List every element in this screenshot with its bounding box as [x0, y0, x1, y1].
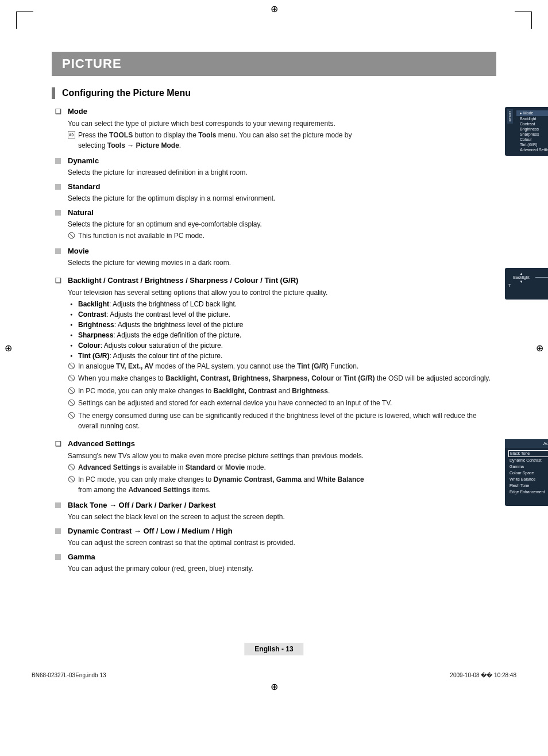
osd-row: Gamma: 0: [508, 463, 548, 470]
osd-row: Black Tone: Off ▶: [508, 450, 548, 457]
note-icon: [68, 462, 78, 474]
osd-row: Tint (G/R): G50/R50: [516, 142, 548, 147]
osd-button-hints: ◆ Move ⏎ Enter ↩ Return: [505, 497, 548, 506]
box-bullet-icon: [55, 276, 63, 285]
print-registration-bottom: ⊕: [271, 681, 278, 692]
square-bullet-icon: [55, 248, 61, 254]
osd-row: Sharpness: 50: [516, 132, 548, 137]
chevron-down-icon: ▼: [520, 280, 523, 283]
svg-rect-0: [68, 131, 75, 139]
list-item: Brightness: Adjusts the brightness level…: [68, 320, 496, 330]
square-bullet-icon: [55, 554, 61, 560]
doc-id: BN68-02327L-03Eng.indb 13: [32, 672, 106, 678]
osd-button-hints: ◆ Move ◀▶ Adjust ⏎ Enter ↩ Return: [508, 292, 548, 296]
heading-bar-icon: [52, 87, 55, 99]
subsection-heading: Configuring the Picture Menu: [52, 87, 496, 99]
osd-slider: [535, 277, 548, 278]
mode-block: Mode You can select the type of picture …: [55, 107, 496, 268]
page-number: English - 13: [244, 643, 303, 655]
adv-item-heading: Black Tone → Off / Dark / Darker / Darke…: [55, 501, 365, 509]
settings-note: In PC mode, you can only make changes to…: [68, 386, 496, 397]
advanced-heading: Advanced Settings: [55, 439, 365, 448]
mode-dynamic-heading: Dynamic: [55, 156, 365, 165]
mode-natural-heading: Natural: [55, 208, 365, 217]
mode-natural-desc: Selects the picture for an optimum and e…: [68, 219, 365, 229]
settings-note: The energy consumed during use can be si…: [68, 410, 496, 431]
advanced-note: In PC mode, you can only make changes to…: [68, 474, 365, 495]
natural-note: This function is not available in PC mod…: [68, 231, 365, 242]
osd-picture-menu: Picture ▸ Mode: Standard ▶ Backlight: 7 …: [505, 107, 548, 156]
adv-item-desc: You can select the black level on the sc…: [68, 512, 365, 522]
mode-title: Mode: [68, 107, 87, 116]
osd-row: ▸ Mode: Standard ▶: [516, 110, 548, 116]
crop-mark: [16, 11, 33, 29]
adv-item-desc: You can adjust the primary colour (red, …: [68, 563, 365, 574]
settings-intro: Your television has several setting opti…: [68, 287, 496, 298]
osd-row: Colour Space: Native: [508, 470, 548, 476]
tools-note-text: Press the TOOLS button to display the To…: [78, 130, 365, 151]
settings-note: Settings can be adjusted and stored for …: [68, 398, 496, 409]
osd3-title: Advanced Settings: [505, 439, 548, 448]
osd-row: Advanced Settings: [516, 147, 548, 152]
adv-item-heading: Dynamic Contrast → Off / Low / Medium / …: [55, 527, 365, 535]
settings-heading: Backlight / Contrast / Brightness / Shar…: [55, 276, 496, 285]
note-icon: [68, 373, 78, 385]
osd-row: Dynamic Contrast: Medium: [508, 457, 548, 463]
osd-row: Backlight: 7: [516, 116, 548, 121]
subsection-title: Configuring the Picture Menu: [62, 88, 191, 98]
advanced-note: Advanced Settings is available in Standa…: [68, 462, 365, 474]
osd-row: Flesh Tone: 0: [508, 482, 548, 489]
settings-bullets: Backlight: Adjusts the brightness of LCD…: [68, 299, 496, 361]
note-icon: [68, 398, 78, 409]
settings-block: Backlight / Contrast / Brightness / Shar…: [55, 276, 496, 431]
osd-slider-label: Backlight: [513, 275, 529, 279]
osd-tab: Picture: [507, 109, 513, 124]
square-bullet-icon: [55, 502, 61, 508]
adv-item-desc: You can adjust the screen contrast so th…: [68, 538, 365, 548]
list-item: Colour: Adjusts colour saturation of the…: [68, 340, 496, 351]
note-icon: [68, 361, 78, 373]
square-bullet-icon: [55, 158, 61, 164]
square-bullet-icon: [55, 184, 61, 190]
note-icon: [68, 231, 78, 242]
print-registration-left: ⊕: [5, 343, 12, 354]
document-footer: BN68-02327L-03Eng.indb 13 2009-10-08 �� …: [32, 672, 516, 678]
mode-movie-heading: Movie: [55, 247, 365, 255]
section-header: PICTURE: [52, 52, 496, 76]
mode-standard-desc: Selects the picture for the optimum disp…: [68, 193, 365, 204]
doc-timestamp: 2009-10-08 �� 10:28:48: [450, 672, 516, 678]
square-bullet-icon: [55, 210, 61, 216]
osd-slider-value: 7: [508, 283, 515, 287]
note-icon: [68, 474, 78, 495]
tools-note: Press the TOOLS button to display the To…: [68, 130, 365, 151]
settings-note: In analogue TV, Ext., AV modes of the PA…: [68, 361, 496, 373]
square-bullet-icon: [55, 528, 61, 534]
note-icon: [68, 410, 78, 431]
mode-intro: You can select the type of picture which…: [68, 118, 365, 129]
list-item: Backlight: Adjusts the brightness of LCD…: [68, 299, 496, 309]
advanced-intro: Samsung's new TVs allow you to make even…: [68, 451, 365, 461]
mode-dynamic-desc: Selects the picture for increased defini…: [68, 167, 365, 178]
list-item: Sharpness: Adjusts the edge definition o…: [68, 330, 496, 340]
box-bullet-icon: [55, 107, 63, 116]
print-registration-right: ⊕: [536, 343, 543, 354]
note-icon: [68, 386, 78, 397]
osd-advanced-settings: Advanced Settings Black Tone: Off ▶ Dyna…: [505, 439, 548, 506]
mode-heading: Mode: [55, 107, 365, 116]
osd-row: Edge Enhancement: On: [508, 489, 548, 495]
tools-icon: [68, 130, 78, 151]
osd-row: White Balance: [508, 476, 548, 482]
osd-row: Colour: 50: [516, 137, 548, 142]
crop-mark: [515, 11, 532, 29]
mode-standard-heading: Standard: [55, 182, 365, 191]
advanced-block: Advanced Settings Samsung's new TVs allo…: [55, 439, 496, 574]
osd-row: Brightness: 45: [516, 126, 548, 132]
list-item: Tint (G/R): Adjusts the colour tint of t…: [68, 351, 496, 361]
osd-row: Contrast: 95: [516, 121, 548, 126]
adv-item-heading: Gamma: [55, 552, 365, 561]
settings-note: When you make changes to Backlight, Cont…: [68, 373, 496, 385]
mode-movie-desc: Selects the picture for viewing movies i…: [68, 258, 365, 268]
box-bullet-icon: [55, 439, 63, 448]
page-content: PICTURE Configuring the Picture Menu Mod…: [32, 11, 516, 673]
list-item: Contrast: Adjusts the contrast level of …: [68, 309, 496, 320]
